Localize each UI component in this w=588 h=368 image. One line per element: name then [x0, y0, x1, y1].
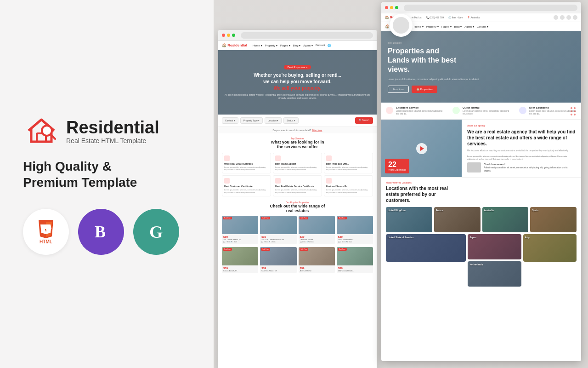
right-about: 22 Years Experience About our agency We … [381, 120, 581, 178]
location-japan[interactable]: Japan [468, 234, 521, 259]
social-fb[interactable] [554, 15, 558, 20]
floating-circle [390, 14, 413, 37]
left-nav: 🏠 Residential Home ▾ Property ▾ Pages ▾ … [218, 41, 377, 50]
right-check-link: Check how we rent! Adiscirem ipsum dolor… [467, 162, 576, 172]
locations-title: Locations with the most realestate prefe… [386, 185, 577, 203]
service-desc-5: Lorem ipsum dolor sit amet, consectetur … [275, 189, 320, 193]
right-hours: 🕐 9am - 8pm [448, 16, 463, 19]
right-about-content: About our agency We are a real estate ag… [462, 120, 581, 178]
prop-features-4: 🛏 2 Bed 🚿 1 Bath [338, 241, 372, 243]
social-li[interactable] [573, 15, 577, 20]
social-ig[interactable] [566, 15, 571, 20]
browser-url-bar [241, 32, 373, 39]
prop-card-5: Rent Price $39 Cocoa Beach, FL [222, 247, 258, 273]
logo-area: Residential Real Estate HTML Template [23, 113, 159, 150]
search-status[interactable]: Status ▾ [283, 117, 299, 124]
right-email: ✉ Mail us [412, 16, 421, 19]
dot-red-r [385, 6, 388, 9]
prop-address-8: 301 Cocoa Beach... [338, 270, 372, 272]
right-service-desc-1: Lorem ipsum dolor sit amet, consectetur … [396, 110, 443, 115]
social-tw[interactable] [560, 15, 565, 20]
right-hero-buttons: About us 🏠 Properties [388, 86, 479, 93]
services-section-title: Top Services What you are looking for in… [218, 133, 377, 151]
r-nav-agent[interactable]: Agent ▾ [464, 25, 474, 28]
right-service-icon-2 [452, 107, 460, 114]
prop-address-2: 5811 La Cuartela Place, NY [261, 238, 295, 241]
location-uk[interactable]: United Kingdom [386, 207, 432, 232]
dot-yellow-r [390, 6, 393, 9]
properties-button[interactable]: 🏠 Properties [412, 86, 437, 93]
about-us-button[interactable]: About us [388, 86, 409, 93]
prop-card-6: Sale Price $39 Cuartela Place, NY [260, 247, 296, 273]
service-desc-4: Lorem ipsum dolor sit amet, consectetur … [224, 189, 269, 193]
right-about-details: Lorem ipsum dolor sit amet, consectetur … [467, 155, 576, 161]
r-nav-blog[interactable]: Blog ▾ [454, 25, 462, 28]
prop-img-7: Sale Price [299, 247, 335, 265]
filter-link[interactable]: Filter Now [312, 129, 322, 132]
r-nav-home[interactable]: Home ▾ [414, 25, 424, 28]
location-france-label: France [436, 209, 443, 212]
location-usa[interactable]: United State of America [386, 234, 466, 262]
r-nav-pages[interactable]: Pages ▾ [441, 25, 452, 28]
properties-section: Our Popular Properties Check out the wid… [218, 198, 377, 247]
left-search-bar[interactable]: Contact ▾ Property Type ▾ Location ▾ Sta… [218, 115, 377, 127]
prop-img-1: Rent Price [222, 216, 258, 234]
right-service-icon-3 [519, 107, 526, 114]
nav-lang: 🌐 [328, 44, 331, 47]
location-france[interactable]: France [434, 207, 481, 232]
search-contact[interactable]: Contact ▾ [222, 117, 238, 124]
dot-green-r [395, 6, 398, 9]
prop-badge-8: Rent Price [338, 248, 347, 251]
service-icon-2 [275, 155, 281, 161]
prop-title: Check out the wide range ofreal estates [222, 204, 373, 213]
r-nav-property[interactable]: Property ▾ [426, 25, 439, 28]
right-service-icon-1 [386, 107, 393, 114]
location-netherlands-label: Netherlands [469, 263, 483, 266]
right-service-2: Quick Rental Lorem ipsum dolor sit amet,… [452, 106, 510, 115]
location-spain-label: Spain [532, 209, 538, 212]
properties-grid-2: Rent Price $39 Cocoa Beach, FL Sale Pric… [222, 247, 373, 273]
location-australia[interactable]: Australia [482, 207, 529, 232]
location-italy[interactable]: Italy [523, 234, 577, 262]
location-netherlands[interactable]: Netherlands [468, 261, 521, 287]
search-location[interactable]: Location ▾ [265, 117, 282, 124]
service-title-5: Best Real Estate Service Certificate [275, 185, 320, 188]
prop-info-4: $39 301 Cocoa Beach... 🛏 2 Bed 🚿 1 Bath [337, 234, 373, 244]
prop-address-7: Avenue Horhe [300, 270, 334, 272]
location-spain[interactable]: Spain [530, 207, 577, 232]
service-title-1: Wide Real Estate Services [224, 162, 269, 165]
service-desc-6: Lorem ipsum dolor sit amet, consectetur … [326, 189, 371, 193]
service-desc-3: Lorem ipsum dolor sit amet, consectetur … [326, 166, 371, 171]
prop-info-2: $39 5811 La Cuartela Place, NY 🛏 2 Bed 🚿… [260, 234, 296, 244]
gulp-badge: G [133, 209, 179, 255]
left-hero-sub: All the most visited real estate website… [223, 93, 372, 100]
search-button[interactable]: 🔍 Search [355, 117, 373, 124]
service-icon-4 [224, 178, 230, 184]
prop-img-2: Sale Price [260, 216, 296, 234]
play-button[interactable] [416, 143, 427, 154]
prop-img-8: Rent Price [337, 247, 373, 265]
right-location: 📍 Australia [467, 16, 480, 19]
prop-badge-3: Sale Price [300, 217, 309, 219]
right-service-desc-2: Lorem ipsum dolor sit amet, consectetur … [463, 110, 510, 115]
prop-features-2: 🛏 2 Bed 🚿 1 Bath [261, 241, 295, 243]
browser-url-bar-r [404, 5, 577, 11]
search-property-type[interactable]: Property Type ▾ [240, 117, 263, 124]
locations-middle-col: Japan Netherlands [468, 234, 521, 287]
nav-item-agent: Agent ▾ [303, 44, 312, 47]
prop-card-8: Rent Price $39 301 Cocoa Beach... [337, 247, 373, 273]
prop-features-1: 🛏 2 Bed 🚿 1 Bath [223, 241, 257, 243]
prop-card-7: Sale Price $39 Avenue Horhe [299, 247, 335, 273]
headline: High Quality & Premium Template [23, 158, 137, 190]
service-desc-2: Lorem ipsum dolor sit amet, consectetur … [275, 166, 320, 171]
right-about-title: We are a real estate agency that will he… [467, 129, 576, 147]
r-nav-contact[interactable]: Contact ▾ [477, 25, 488, 28]
service-title-6: Fast and Secure Pa... [326, 185, 371, 188]
right-service-text-1: Excellent Service Lorem ipsum dolor sit … [396, 106, 443, 115]
right-browser-mockup: 🏠 Residential ✉ Mail us 📞 (123) 456 789 … [381, 2, 581, 361]
floating-circle-inner [393, 17, 409, 34]
search-hint: Do you want to search in more detail? Fi… [218, 127, 377, 133]
location-japan-label: Japan [469, 236, 476, 239]
service-card-5: Best Real Estate Service Certificate Lor… [273, 175, 322, 196]
service-icon-1 [224, 155, 230, 161]
